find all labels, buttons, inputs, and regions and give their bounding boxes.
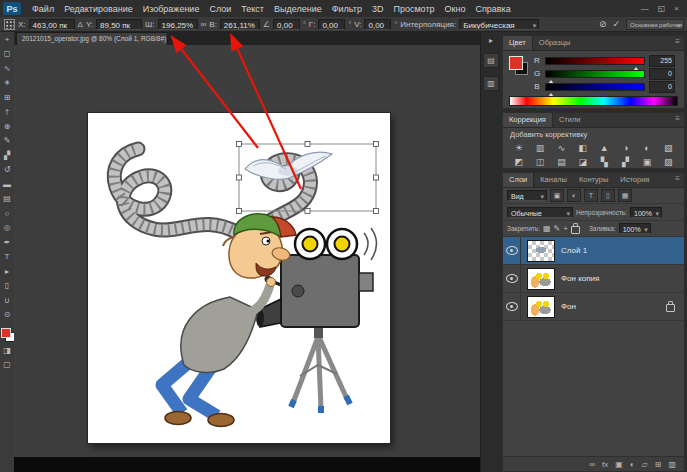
delete-layer-icon[interactable]: ▥ — [668, 460, 676, 469]
tab-adjustments[interactable]: Коррекция — [503, 113, 553, 127]
foreground-color-swatch[interactable] — [1, 328, 11, 338]
filter-adjustment-layers-icon[interactable]: ◐ — [567, 189, 581, 202]
visibility-toggle[interactable] — [503, 237, 521, 264]
scale-height-field[interactable]: 261,11% — [220, 19, 260, 30]
layer-thumbnail[interactable] — [527, 268, 555, 290]
adjustment-channel-mixer-icon[interactable]: ◫ — [529, 155, 550, 168]
new-group-icon[interactable]: ▱ — [642, 460, 648, 469]
tab-layers[interactable]: Слои — [503, 173, 534, 187]
panel-menu-icon[interactable] — [675, 173, 684, 187]
layer-row-background-copy[interactable]: Фон копия — [503, 265, 684, 293]
adjustment-exposure-icon[interactable]: ◧ — [572, 141, 593, 154]
visibility-toggle[interactable] — [503, 293, 521, 320]
dodge-tool-icon[interactable]: ◎ — [0, 221, 14, 236]
x-position-field[interactable]: 463,00 пк — [29, 19, 75, 30]
document-tab[interactable]: 20121015_operator.jpg @ 80% (Слой 1, RGB… — [16, 32, 168, 45]
menu-type[interactable]: Текст — [236, 4, 269, 14]
adjustment-levels-icon[interactable]: ▥ — [529, 141, 550, 154]
panel-menu-icon[interactable] — [675, 113, 684, 127]
path-selection-tool-icon[interactable]: ▸ — [0, 264, 14, 279]
document-canvas[interactable] — [88, 113, 390, 443]
properties-panel-icon[interactable]: ▥ — [483, 76, 499, 91]
menu-window[interactable]: Окно — [440, 4, 471, 14]
scale-width-field[interactable]: 196,25% — [158, 19, 198, 30]
workspace-select[interactable]: Основная рабочая среда — [626, 19, 684, 30]
lock-transparency-icon[interactable]: ▦ — [543, 224, 551, 233]
layer-row-layer1[interactable]: Слой 1 — [503, 237, 684, 265]
adjustment-hue-saturation-icon[interactable]: ◑ — [615, 141, 636, 154]
eraser-tool-icon[interactable]: ▬ — [0, 177, 14, 192]
blue-slider[interactable] — [545, 83, 645, 91]
link-layers-icon[interactable]: ∞ — [589, 460, 595, 469]
menu-edit[interactable]: Редактирование — [59, 4, 138, 14]
layer-name[interactable]: Фон — [561, 302, 576, 311]
menu-help[interactable]: Справка — [470, 4, 515, 14]
interpolation-select[interactable]: Бикубическая — [459, 19, 539, 30]
layer-thumbnail[interactable] — [527, 240, 555, 262]
brush-tool-icon[interactable]: ✎ — [0, 134, 14, 149]
tab-history[interactable]: История — [614, 173, 655, 187]
cancel-transform-icon[interactable]: ⊘ — [599, 19, 607, 29]
tab-color[interactable]: Цвет — [503, 36, 533, 50]
add-layer-mask-icon[interactable]: ▣ — [615, 460, 623, 469]
green-value-field[interactable]: 0 — [649, 68, 675, 80]
menu-layers[interactable]: Слои — [204, 4, 236, 14]
tab-swatches[interactable]: Образцы — [533, 36, 577, 50]
pen-tool-icon[interactable]: ✒ — [0, 235, 14, 250]
crop-tool-icon[interactable]: ⊞ — [0, 90, 14, 105]
quick-mask-icon[interactable]: ◨ — [0, 343, 14, 358]
filter-smart-objects-icon[interactable]: ▦ — [618, 189, 632, 202]
layer-name[interactable]: Фон копия — [561, 274, 599, 283]
h-skew-field[interactable]: 0,00 — [318, 19, 345, 30]
adjustment-vibrance-icon[interactable]: ▲ — [594, 141, 615, 154]
adjustment-black-white-icon[interactable]: ▧ — [658, 141, 679, 154]
menu-image[interactable]: Изображение — [138, 4, 205, 14]
restore-icon[interactable]: ◱ — [658, 4, 666, 13]
layer-style-fx-icon[interactable]: fx — [602, 460, 608, 469]
menu-view[interactable]: Просмотр — [388, 4, 439, 14]
layer-thumbnail[interactable] — [527, 296, 555, 318]
lock-position-icon[interactable]: + — [563, 224, 568, 233]
opacity-field[interactable]: 100% — [630, 207, 662, 218]
screen-mode-icon[interactable]: ▢ — [0, 358, 14, 373]
layer-name[interactable]: Слой 1 — [561, 246, 587, 255]
expand-panels-icon[interactable]: ▸ — [481, 32, 501, 45]
blue-value-field[interactable]: 0 — [649, 81, 675, 93]
clone-stamp-tool-icon[interactable]: ▞ — [0, 148, 14, 163]
minimize-icon[interactable]: — — [641, 4, 649, 13]
adjustment-invert-icon[interactable]: ◪ — [572, 155, 593, 168]
type-tool-icon[interactable]: T — [0, 250, 14, 265]
filter-type-layers-icon[interactable]: T — [584, 189, 598, 202]
menu-select[interactable]: Выделение — [269, 4, 327, 14]
menu-filter[interactable]: Фильтр — [327, 4, 367, 14]
adjustment-photo-filter-icon[interactable]: ◩ — [508, 155, 529, 168]
zoom-tool-icon[interactable]: ⊙ — [0, 308, 14, 323]
lock-pixels-icon[interactable]: ✎ — [554, 224, 561, 233]
gradient-tool-icon[interactable]: ▤ — [0, 192, 14, 207]
color-spectrum-ramp[interactable] — [509, 96, 678, 106]
filter-kind-select[interactable]: Вид — [507, 190, 547, 201]
color-swatches[interactable] — [1, 328, 14, 341]
menu-file[interactable]: Файл — [27, 4, 59, 14]
fill-field[interactable]: 100% — [619, 223, 651, 234]
reference-point-icon[interactable] — [4, 19, 15, 30]
tab-styles[interactable]: Стили — [553, 113, 587, 127]
adjustment-color-balance-icon[interactable]: ◐ — [636, 141, 657, 154]
hand-tool-icon[interactable]: ∪ — [0, 293, 14, 308]
close-icon[interactable]: × — [674, 4, 679, 13]
adjustment-posterize-icon[interactable]: ▚ — [594, 155, 615, 168]
lasso-tool-icon[interactable]: ∿ — [0, 61, 14, 76]
tab-paths[interactable]: Контуры — [573, 173, 614, 187]
lock-all-icon[interactable] — [571, 226, 580, 234]
blur-tool-icon[interactable]: ○ — [0, 206, 14, 221]
link-dimensions-icon[interactable]: ∞ — [201, 20, 207, 29]
adjustment-color-lookup-icon[interactable]: ▤ — [551, 155, 572, 168]
eyedropper-tool-icon[interactable]: † — [0, 105, 14, 120]
history-panel-icon[interactable]: ▤ — [483, 53, 499, 68]
healing-brush-tool-icon[interactable]: ⊕ — [0, 119, 14, 134]
visibility-toggle[interactable] — [503, 265, 521, 292]
blend-mode-select[interactable]: Обычные — [507, 207, 573, 218]
color-panel-swatches[interactable] — [509, 56, 529, 76]
history-brush-tool-icon[interactable]: ↺ — [0, 163, 14, 178]
move-tool-icon[interactable]: + — [0, 32, 14, 47]
